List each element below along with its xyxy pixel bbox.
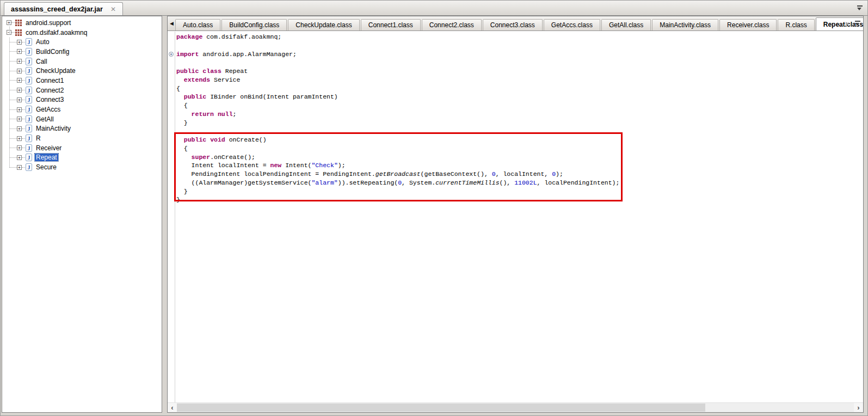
tree-item-label[interactable]: Connect2	[35, 87, 65, 94]
tree-item-label[interactable]: CheckUpdate	[35, 67, 77, 75]
tree-expand-toggle[interactable]: +	[17, 165, 22, 170]
package-icon	[15, 29, 22, 36]
tree-connector	[22, 129, 25, 129]
class-tab[interactable]: Auto.class	[175, 19, 220, 30]
tree-connector	[10, 71, 17, 71]
scroll-left-icon[interactable]: ‹	[168, 403, 177, 412]
tree-item[interactable]: + J BuildConfig	[2, 47, 162, 57]
fold-toggle-icon[interactable]: +	[169, 52, 174, 57]
tree-expand-toggle[interactable]: +	[17, 97, 22, 102]
tree-item-label[interactable]: Receiver	[35, 144, 63, 152]
tree-item[interactable]: − com.dsifakf.aoakmnq	[2, 28, 162, 38]
jar-tab[interactable]: assassins_creed_dex2jar.jar ✕	[4, 2, 123, 15]
class-tab[interactable]: MainActivity.class	[652, 19, 718, 30]
code-line: {	[176, 101, 863, 110]
tree-expand-toggle[interactable]: +	[17, 136, 22, 141]
tab-list-dropdown-icon[interactable]	[854, 21, 860, 26]
tree-item-label[interactable]: Call	[35, 58, 48, 65]
java-class-icon: J	[26, 87, 32, 94]
tree-item[interactable]: + J Connect3	[2, 95, 162, 105]
tree-item[interactable]: + J Receiver	[2, 143, 162, 153]
tree-item-label[interactable]: GetAccs	[35, 106, 61, 113]
class-tab[interactable]: R.class	[778, 19, 814, 30]
tree-item[interactable]: + J Connect2	[2, 85, 162, 95]
class-tab-label: MainActivity.class	[660, 21, 711, 29]
tree-item[interactable]: + J MainActivity	[2, 124, 162, 134]
code-token	[176, 93, 184, 100]
code-token: public	[176, 68, 199, 75]
code-token: ;	[233, 111, 237, 118]
tree-expand-toggle[interactable]: +	[17, 117, 22, 121]
class-tab[interactable]: Connect3.class	[483, 19, 543, 30]
tree-item-label[interactable]: R	[35, 134, 42, 142]
tree-connector	[22, 42, 25, 42]
tab-list-dropdown-icon[interactable]	[857, 5, 863, 11]
tree-connector	[10, 109, 17, 110]
tree-item-label[interactable]: Connect1	[35, 77, 65, 84]
tree-connector	[22, 80, 25, 81]
class-tab-label: BuildConfig.class	[229, 21, 279, 29]
tree-item[interactable]: + J CheckUpdate	[2, 66, 162, 76]
tree-item[interactable]: + J GetAll	[2, 114, 162, 124]
tree-item-label[interactable]: BuildConfig	[35, 48, 70, 56]
tree-item-label[interactable]: GetAll	[35, 115, 55, 123]
class-tab-label: R.class	[785, 21, 807, 29]
tree-expand-toggle[interactable]: +	[17, 49, 22, 54]
java-class-icon: J	[26, 144, 32, 152]
class-tab[interactable]: GetAccs.class	[544, 19, 600, 30]
java-class-icon: J	[26, 38, 32, 46]
tree-expand-toggle[interactable]: +	[17, 78, 22, 83]
close-icon[interactable]: ✕	[110, 5, 116, 13]
horizontal-scrollbar[interactable]: ‹ ›	[168, 402, 863, 412]
tree-item[interactable]: + J Call	[2, 57, 162, 66]
svg-text:J: J	[28, 164, 30, 170]
tree-item[interactable]: + android.support	[2, 18, 162, 28]
code-token: null	[218, 111, 233, 118]
tree-item-label[interactable]: MainActivity	[35, 125, 72, 132]
code-editor[interactable]: + package com.dsifakf.aoakmnq;import and…	[168, 32, 863, 403]
class-tab[interactable]: Connect2.class	[422, 19, 482, 30]
class-tab-label: Auto.class	[183, 21, 213, 29]
svg-text:J: J	[28, 136, 30, 142]
tree-item[interactable]: + J Connect1	[2, 76, 162, 85]
tree-item[interactable]: + J Repeat	[2, 153, 162, 163]
class-tab[interactable]: Connect1.class	[361, 19, 421, 30]
tree-expand-toggle[interactable]: +	[17, 107, 22, 112]
tree-connector	[22, 138, 25, 139]
tree-connector	[10, 51, 17, 52]
tree-expand-toggle[interactable]: +	[17, 40, 22, 45]
tree-expand-toggle[interactable]: +	[17, 145, 22, 150]
tree-item-label[interactable]: Connect3	[35, 96, 65, 103]
code-line	[176, 58, 863, 67]
class-tab[interactable]: GetAll.class	[601, 19, 651, 30]
scroll-right-icon[interactable]: ›	[854, 403, 863, 412]
scrollbar-thumb[interactable]	[177, 403, 705, 412]
annotation-rectangle	[174, 132, 623, 201]
class-tab[interactable]: BuildConfig.class	[221, 19, 287, 30]
tree-expand-toggle[interactable]: +	[17, 126, 22, 131]
class-tab[interactable]: Receiver.class	[719, 19, 777, 30]
tree-expand-toggle[interactable]: +	[17, 155, 22, 160]
tree-expand-toggle[interactable]: +	[17, 88, 22, 93]
tree-item-label[interactable]: com.dsifakf.aoakmnq	[24, 29, 88, 36]
class-tab[interactable]: CheckUpdate.class	[288, 19, 359, 30]
tree-item-label[interactable]: Secure	[35, 163, 58, 171]
tree-item-label[interactable]: Repeat	[35, 154, 58, 161]
code-line: public IBinder onBind(Intent paramIntent…	[176, 93, 863, 101]
tree-expand-toggle[interactable]: +	[7, 20, 11, 25]
tree-expand-toggle[interactable]: +	[17, 59, 22, 64]
class-tab-label: Receiver.class	[727, 21, 769, 29]
tree-item-label[interactable]: Auto	[35, 38, 51, 46]
tab-scroll-left-icon[interactable]: ◀	[170, 21, 174, 26]
tab-scroll-right-icon[interactable]: ▶	[846, 21, 849, 26]
tree-item[interactable]: + J GetAccs	[2, 105, 162, 114]
tree-item[interactable]: + J R	[2, 133, 162, 143]
tree-item[interactable]: + J Secure	[2, 162, 162, 172]
svg-text:J: J	[28, 68, 30, 74]
java-class-icon: J	[26, 106, 32, 113]
code-token: Repeat	[221, 68, 248, 75]
tree-connector	[10, 119, 17, 119]
tree-expand-toggle[interactable]: +	[17, 69, 22, 74]
tree-item[interactable]: + J Auto	[2, 37, 162, 47]
tree-item-label[interactable]: android.support	[24, 19, 72, 27]
